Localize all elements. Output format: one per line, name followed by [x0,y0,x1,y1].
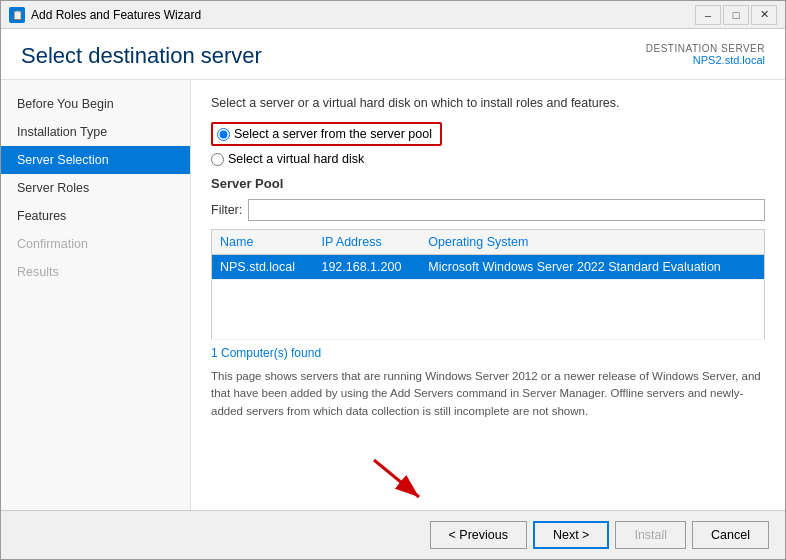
section-title: Server Pool [211,176,765,191]
title-bar: 📋 Add Roles and Features Wizard – □ ✕ [1,1,785,29]
cell-ip: 192.168.1.200 [313,255,420,280]
destination-server: NPS2.std.local [646,54,765,66]
sidebar-item-installation-type[interactable]: Installation Type [1,118,190,146]
sidebar-item-before-you-begin[interactable]: Before You Begin [1,90,190,118]
window-controls: – □ ✕ [695,5,777,25]
filter-input[interactable] [248,199,765,221]
destination-label: DESTINATION SERVER [646,43,765,54]
cell-name: NPS.std.local [212,255,314,280]
radio-pool-wrapper: Select a server from the server pool [211,122,442,146]
radio-pool[interactable] [217,128,230,141]
main-content: Select a server or a virtual hard disk o… [191,80,785,510]
sidebar-item-results: Results [1,258,190,286]
filter-label: Filter: [211,203,242,217]
install-button: Install [615,521,686,549]
page-header: Select destination server DESTINATION SE… [1,29,785,80]
table-header-row: Name IP Address Operating System [212,230,765,255]
cancel-button[interactable]: Cancel [692,521,769,549]
server-pool-section: Server Pool Filter: Name IP Address Oper… [211,176,765,420]
table-row[interactable]: NPS.std.local 192.168.1.200 Microsoft Wi… [212,255,765,280]
page-title: Select destination server [21,43,262,69]
app-icon: 📋 [9,7,25,23]
server-table: Name IP Address Operating System NPS.std… [211,229,765,340]
sidebar-item-server-roles[interactable]: Server Roles [1,174,190,202]
sidebar-item-confirmation: Confirmation [1,230,190,258]
sidebar-item-features[interactable]: Features [1,202,190,230]
maximize-button[interactable]: □ [723,5,749,25]
radio-pool-label[interactable]: Select a server from the server pool [234,127,432,141]
found-count: 1 Computer(s) found [211,346,765,360]
col-ip: IP Address [313,230,420,255]
col-os: Operating System [420,230,764,255]
cell-os: Microsoft Windows Server 2022 Standard E… [420,255,764,280]
main-window: 📋 Add Roles and Features Wizard – □ ✕ Se… [0,0,786,560]
radio-vhd-wrapper: Select a virtual hard disk [211,152,765,166]
previous-button[interactable]: < Previous [430,521,527,549]
content-area: Before You Begin Installation Type Serve… [1,80,785,510]
main-description: Select a server or a virtual hard disk o… [211,96,765,110]
next-button[interactable]: Next > [533,521,609,549]
sidebar-item-server-selection[interactable]: Server Selection [1,146,190,174]
empty-row [212,280,765,340]
close-button[interactable]: ✕ [751,5,777,25]
sidebar: Before You Begin Installation Type Serve… [1,80,191,510]
radio-group: Select a server from the server pool Sel… [211,122,765,166]
window-title: Add Roles and Features Wizard [31,8,695,22]
filter-row: Filter: [211,199,765,221]
footer: < Previous Next > Install Cancel [1,510,785,559]
radio-vhd-label[interactable]: Select a virtual hard disk [228,152,364,166]
minimize-button[interactable]: – [695,5,721,25]
col-name: Name [212,230,314,255]
destination-info: DESTINATION SERVER NPS2.std.local [646,43,765,66]
info-text: This page shows servers that are running… [211,368,765,420]
radio-vhd[interactable] [211,153,224,166]
